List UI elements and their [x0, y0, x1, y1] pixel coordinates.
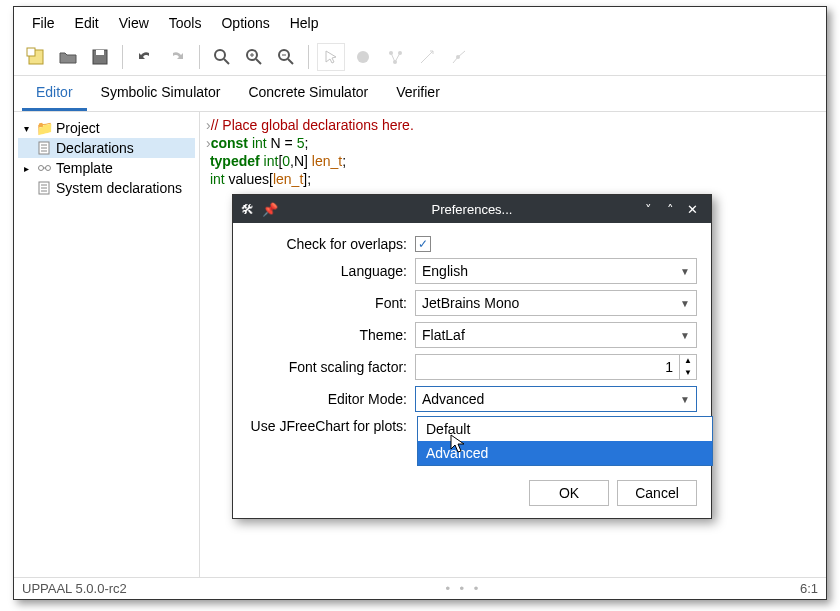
tree-declarations[interactable]: Declarations [18, 138, 195, 158]
menu-help[interactable]: Help [280, 11, 329, 35]
combo-theme[interactable]: FlatLaf▼ [415, 322, 697, 348]
tab-editor[interactable]: Editor [22, 76, 87, 111]
combo-value: FlatLaf [422, 327, 465, 343]
template-icon [36, 160, 52, 176]
combo-language[interactable]: English▼ [415, 258, 697, 284]
zoom-out-icon[interactable] [272, 43, 300, 71]
tree-system-declarations[interactable]: System declarations [18, 178, 195, 198]
status-cursor-pos: 6:1 [800, 581, 818, 596]
dialog-body: Check for overlaps: ✓ Language: English▼… [233, 223, 711, 518]
svg-line-7 [256, 59, 261, 64]
zoom-in-icon[interactable] [240, 43, 268, 71]
nail-tool-icon[interactable] [445, 43, 473, 71]
tree-label: Declarations [56, 140, 134, 156]
chevron-down-icon: ▼ [680, 298, 690, 309]
tree-label: System declarations [56, 180, 182, 196]
menu-tools[interactable]: Tools [159, 11, 212, 35]
spin-up-icon[interactable]: ▲ [680, 355, 696, 367]
project-tree[interactable]: ▾📁Project Declarations ▸Template System … [14, 112, 200, 577]
menu-edit[interactable]: Edit [65, 11, 109, 35]
label-overlaps: Check for overlaps: [247, 236, 407, 252]
tree-label: Project [56, 120, 100, 136]
editor-mode-dropdown[interactable]: Default Advanced [417, 416, 713, 466]
status-handle[interactable]: • • • [445, 581, 481, 596]
option-default[interactable]: Default [418, 417, 712, 441]
document-icon [36, 180, 52, 196]
chevron-down-icon: ▼ [680, 330, 690, 341]
maximize-icon[interactable]: ˄ [659, 202, 681, 217]
tab-symbolic-simulator[interactable]: Symbolic Simulator [87, 76, 235, 111]
svg-point-22 [39, 166, 44, 171]
menu-options[interactable]: Options [211, 11, 279, 35]
tab-concrete-simulator[interactable]: Concrete Simulator [234, 76, 382, 111]
combo-value: JetBrains Mono [422, 295, 519, 311]
tree-template[interactable]: ▸Template [18, 158, 195, 178]
svg-line-5 [224, 59, 229, 64]
app-icon: 🛠 [241, 202, 254, 217]
checkbox-overlaps[interactable]: ✓ [415, 236, 431, 252]
document-icon [36, 140, 52, 156]
code-comment: // Place global declarations here. [211, 117, 414, 133]
open-file-icon[interactable] [54, 43, 82, 71]
menubar: File Edit View Tools Options Help [14, 7, 826, 39]
label-font: Font: [247, 295, 407, 311]
svg-rect-3 [96, 50, 104, 55]
combo-editor-mode[interactable]: Advanced▼ [415, 386, 697, 412]
label-scaling: Font scaling factor: [247, 359, 407, 375]
combo-value: English [422, 263, 468, 279]
option-advanced[interactable]: Advanced [418, 441, 712, 465]
save-icon[interactable] [86, 43, 114, 71]
select-tool-icon[interactable] [317, 43, 345, 71]
svg-line-11 [288, 59, 293, 64]
combo-font[interactable]: JetBrains Mono▼ [415, 290, 697, 316]
chevron-down-icon: ▼ [680, 394, 690, 405]
new-file-icon[interactable] [22, 43, 50, 71]
edge-tool-icon[interactable] [413, 43, 441, 71]
input-scaling[interactable] [415, 354, 680, 380]
close-icon[interactable]: ✕ [681, 202, 703, 217]
spinner-buttons[interactable]: ▲▼ [680, 354, 697, 380]
cancel-button[interactable]: Cancel [617, 480, 697, 506]
branch-tool-icon[interactable] [381, 43, 409, 71]
location-tool-icon[interactable] [349, 43, 377, 71]
status-version: UPPAAL 5.0.0-rc2 [22, 581, 127, 596]
ok-button[interactable]: OK [529, 480, 609, 506]
tabbar: Editor Symbolic Simulator Concrete Simul… [14, 76, 826, 112]
spin-down-icon[interactable]: ▼ [680, 367, 696, 379]
tree-project[interactable]: ▾📁Project [18, 118, 195, 138]
combo-value: Advanced [422, 391, 484, 407]
label-editor-mode: Editor Mode: [247, 391, 407, 407]
svg-point-23 [46, 166, 51, 171]
redo-icon[interactable] [163, 43, 191, 71]
label-jfreechart: Use JFreeChart for plots: [247, 418, 407, 434]
label-language: Language: [247, 263, 407, 279]
menu-file[interactable]: File [22, 11, 65, 35]
svg-point-4 [215, 50, 225, 60]
pin-icon[interactable]: 📌 [262, 202, 278, 217]
minimize-icon[interactable]: ˅ [637, 202, 659, 217]
toolbar [14, 39, 826, 76]
dialog-titlebar[interactable]: 🛠 📌 Preferences... ˅ ˄ ✕ [233, 195, 711, 223]
svg-point-13 [357, 51, 369, 63]
undo-icon[interactable] [131, 43, 159, 71]
chevron-down-icon: ▼ [680, 266, 690, 277]
svg-point-17 [456, 55, 460, 59]
tree-label: Template [56, 160, 113, 176]
folder-icon: 📁 [36, 120, 52, 136]
tab-verifier[interactable]: Verifier [382, 76, 454, 111]
label-theme: Theme: [247, 327, 407, 343]
preferences-dialog: 🛠 📌 Preferences... ˅ ˄ ✕ Check for overl… [232, 194, 712, 519]
zoom-icon[interactable] [208, 43, 236, 71]
svg-rect-1 [27, 48, 35, 56]
menu-view[interactable]: View [109, 11, 159, 35]
statusbar: UPPAAL 5.0.0-rc2 • • • 6:1 [14, 577, 826, 599]
